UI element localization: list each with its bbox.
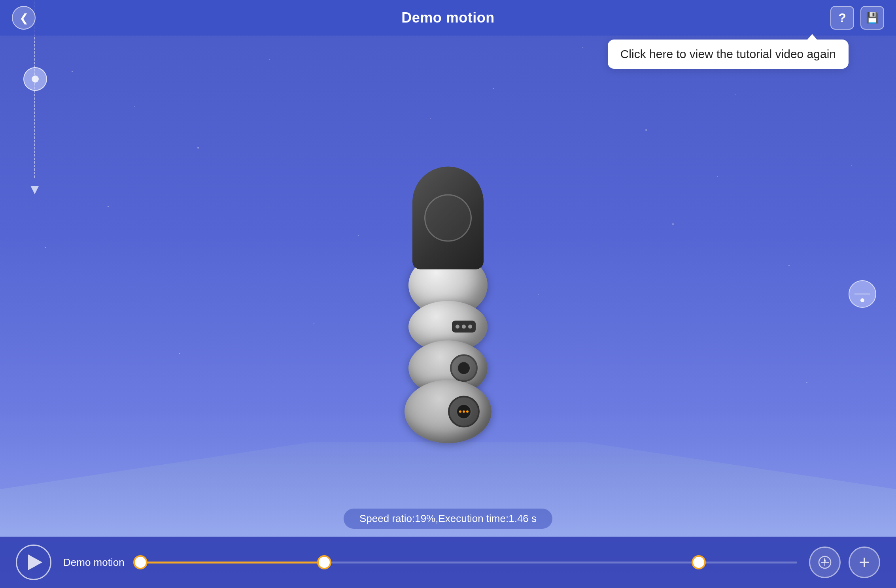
bottom-right-controls: +: [809, 547, 880, 578]
play-icon: [28, 554, 42, 570]
robot-body: [385, 262, 511, 443]
add-button[interactable]: +: [849, 547, 880, 578]
body-joint-1: [452, 321, 476, 333]
orange-dot-3: [466, 411, 469, 413]
app-container: ❮ Demo motion ? 💾 Click here to view the…: [0, 0, 896, 588]
compass-dot: [860, 298, 864, 302]
header-right-buttons: ? 💾: [830, 6, 884, 30]
timeline-progress: [140, 562, 324, 564]
robot-model: [385, 167, 511, 412]
demo-motion-label: Demo motion: [63, 556, 125, 569]
page-title: Demo motion: [401, 9, 495, 26]
timeline-handle-start[interactable]: [133, 555, 147, 569]
add-icon: +: [859, 553, 870, 572]
robot-head-circle: [424, 194, 472, 242]
compass-line: [854, 294, 870, 294]
joint-dot-2: [462, 325, 466, 329]
tutorial-tooltip[interactable]: Click here to view the tutorial video ag…: [608, 40, 849, 69]
help-button[interactable]: ?: [830, 6, 854, 30]
back-icon: ❮: [19, 11, 28, 24]
joint-dot-3: [468, 325, 472, 329]
orange-dot-1: [459, 411, 461, 413]
slider-handle-inner: [32, 75, 39, 83]
header: ❮ Demo motion ? 💾: [0, 0, 896, 36]
back-button[interactable]: ❮: [12, 6, 36, 30]
status-text: Speed ratio:19%,Execution time:1.46 s: [359, 513, 537, 524]
orange-dot-2: [463, 411, 465, 413]
tooltip-text: Click here to view the tutorial video ag…: [620, 47, 836, 60]
compass-button[interactable]: [809, 547, 841, 578]
arrow-down-icon: ▼: [28, 181, 42, 198]
status-bar: Speed ratio:19%,Execution time:1.46 s: [344, 509, 552, 529]
play-button[interactable]: [16, 545, 51, 580]
help-icon: ?: [838, 11, 846, 25]
compass-icon: [818, 555, 832, 569]
right-side-control[interactable]: [849, 280, 876, 308]
joint-ring-inner-1: [457, 361, 471, 375]
bottom-bar: Demo motion +: [0, 537, 896, 588]
timeline-handle-mid[interactable]: [317, 555, 331, 569]
joint-ring-1: [450, 354, 478, 382]
body-sphere-4: [405, 380, 491, 443]
timeline-track[interactable]: [140, 562, 797, 564]
timeline-handle-end[interactable]: [692, 555, 706, 569]
joint-dot-1: [456, 325, 459, 329]
joint-ring-2: [448, 396, 480, 428]
timeline-container[interactable]: [140, 561, 797, 564]
compass-dial[interactable]: [849, 280, 876, 308]
save-icon: 💾: [866, 12, 879, 24]
save-button[interactable]: 💾: [860, 6, 884, 30]
joint-ring-inner-2: [456, 404, 472, 420]
vertical-slider-handle[interactable]: [23, 67, 47, 91]
robot-head: [412, 167, 484, 270]
